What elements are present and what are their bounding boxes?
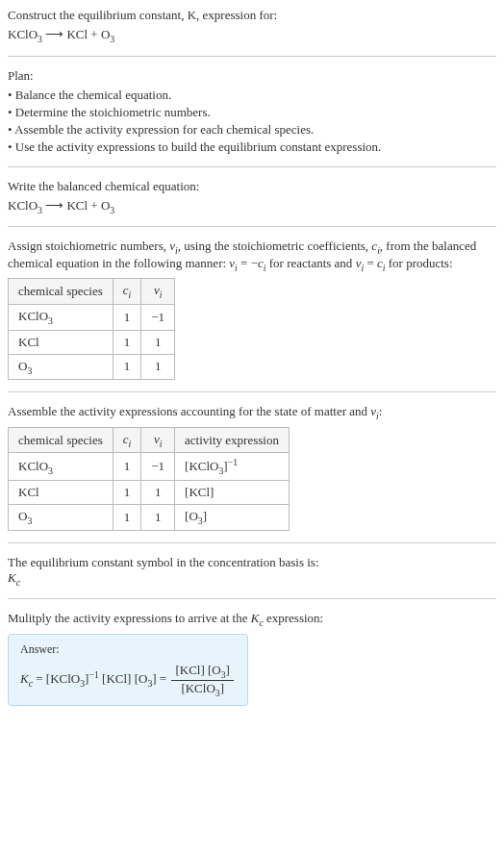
cell-species: O3: [9, 505, 113, 531]
cell-species: KClO3: [9, 304, 113, 330]
answer-label: Answer:: [20, 642, 236, 657]
cell-nu: −1: [141, 304, 175, 330]
cell-nu: 1: [141, 481, 175, 505]
prompt-section: Construct the equilibrium constant, K, e…: [8, 8, 496, 44]
cell-c: 1: [113, 354, 141, 380]
symbol-heading: The equilibrium constant symbol in the c…: [8, 555, 496, 570]
table-row: KCl 1 1: [9, 330, 175, 354]
table-row: KCl 1 1 [KCl]: [9, 481, 290, 505]
stoich-section: Assign stoichiometric numbers, νi, using…: [8, 239, 496, 380]
cell-c: 1: [113, 505, 141, 531]
col-nu-header: νi: [141, 279, 175, 305]
col-c-header: ci: [113, 279, 141, 305]
divider: [8, 542, 496, 543]
answer-lhs: Kc = [KClO3]−1 [KCl] [O3] =: [20, 671, 169, 686]
stoich-intro: Assign stoichiometric numbers, νi, using…: [8, 239, 496, 272]
cell-expr: [KCl]: [175, 481, 290, 505]
plan-section: Plan: • Balance the chemical equation. •…: [8, 68, 496, 155]
answer-denominator: [KClO3]: [171, 681, 234, 698]
multiply-heading: Mulitply the activity expressions to arr…: [8, 611, 496, 628]
balanced-equation: KClO3 ⟶ KCl + O3: [8, 198, 496, 215]
plan-heading: Plan:: [8, 68, 496, 84]
table-row: KClO3 1 −1: [9, 304, 175, 330]
cell-nu: 1: [141, 330, 175, 354]
cell-nu: −1: [141, 453, 175, 481]
stoich-table: chemical species ci νi KClO3 1 −1 KCl 1 …: [8, 278, 175, 380]
balanced-heading: Write the balanced chemical equation:: [8, 179, 496, 194]
table-row: O3 1 1 [O3]: [9, 505, 290, 531]
activity-section: Assemble the activity expressions accoun…: [8, 404, 496, 531]
answer-numerator: [KCl] [O3]: [171, 663, 234, 681]
col-species-header: chemical species: [9, 427, 113, 453]
prompt-equation: KClO3 ⟶ KCl + O3: [8, 27, 496, 44]
activity-intro: Assemble the activity expressions accoun…: [8, 404, 496, 421]
divider: [8, 226, 496, 227]
plan-bullet: • Determine the stoichiometric numbers.: [8, 105, 496, 120]
cell-species: O3: [9, 354, 113, 380]
cell-species: KCl: [9, 330, 113, 354]
cell-c: 1: [113, 304, 141, 330]
balanced-section: Write the balanced chemical equation: KC…: [8, 179, 496, 215]
cell-c: 1: [113, 453, 141, 481]
cell-c: 1: [113, 481, 141, 505]
multiply-section: Mulitply the activity expressions to arr…: [8, 611, 496, 706]
answer-expression: Kc = [KClO3]−1 [KCl] [O3] = [KCl] [O3][K…: [20, 663, 236, 697]
answer-fraction: [KCl] [O3][KClO3]: [171, 663, 234, 697]
symbol-value: Kc: [8, 570, 496, 588]
col-species-header: chemical species: [9, 279, 113, 305]
divider: [8, 391, 496, 392]
col-nu-header: νi: [141, 427, 175, 453]
symbol-section: The equilibrium constant symbol in the c…: [8, 555, 496, 588]
divider: [8, 598, 496, 599]
activity-table: chemical species ci νi activity expressi…: [8, 427, 290, 531]
col-expr-header: activity expression: [175, 427, 290, 453]
plan-bullet: • Assemble the activity expression for e…: [8, 122, 496, 138]
table-row: KClO3 1 −1 [KClO3]−1: [9, 453, 290, 481]
cell-species: KCl: [9, 481, 113, 505]
table-row: O3 1 1: [9, 354, 175, 380]
divider: [8, 56, 496, 57]
answer-box: Answer: Kc = [KClO3]−1 [KCl] [O3] = [KCl…: [8, 634, 248, 706]
table-header-row: chemical species ci νi: [9, 279, 175, 305]
table-header-row: chemical species ci νi activity expressi…: [9, 427, 290, 453]
cell-nu: 1: [141, 354, 175, 380]
cell-expr: [O3]: [175, 505, 290, 531]
divider: [8, 166, 496, 167]
cell-nu: 1: [141, 505, 175, 531]
cell-expr: [KClO3]−1: [175, 453, 290, 481]
plan-bullet: • Balance the chemical equation.: [8, 88, 496, 103]
plan-bullet: • Use the activity expressions to build …: [8, 139, 496, 155]
cell-c: 1: [113, 330, 141, 354]
col-c-header: ci: [113, 427, 141, 453]
prompt-line1: Construct the equilibrium constant, K, e…: [8, 8, 496, 23]
plan-bullets: • Balance the chemical equation. • Deter…: [8, 88, 496, 155]
cell-species: KClO3: [9, 453, 113, 481]
